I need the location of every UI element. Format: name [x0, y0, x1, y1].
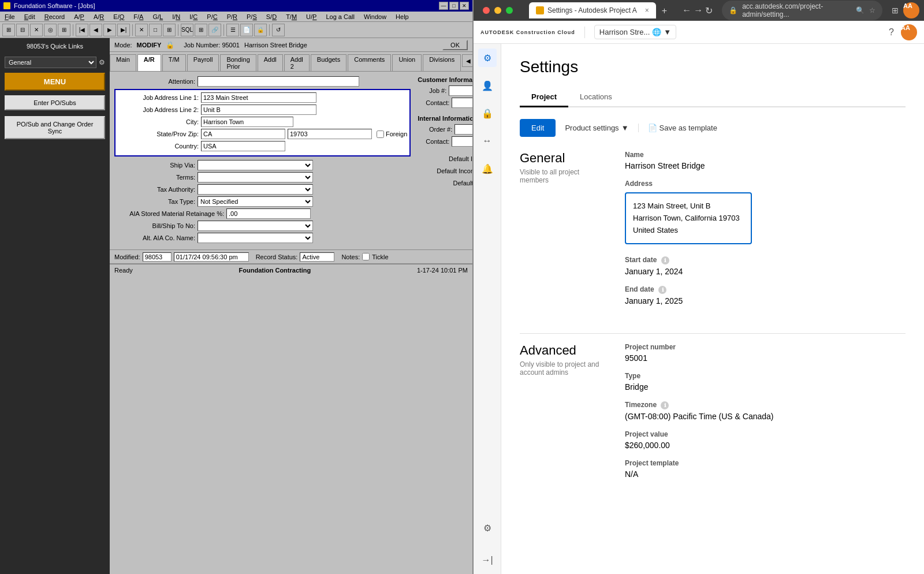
menu-pr[interactable]: P/R: [225, 13, 240, 21]
zip-input[interactable]: [288, 129, 372, 139]
menu-gl[interactable]: G/L: [150, 13, 165, 21]
toolbar-btn-4[interactable]: ◎: [44, 24, 57, 36]
po-sub-sync-button[interactable]: PO/Sub and Change Order Sync: [5, 116, 105, 139]
tab-comments[interactable]: Comments: [348, 54, 391, 71]
menu-pc[interactable]: P/C: [204, 13, 219, 21]
toolbar-btn-nav4[interactable]: ▶|: [117, 24, 130, 36]
aia-input[interactable]: [226, 208, 311, 219]
nav-refresh-button[interactable]: ↻: [705, 5, 713, 16]
notes-checkbox[interactable]: [362, 253, 370, 260]
country-input[interactable]: [201, 141, 285, 151]
bookmark-icon[interactable]: ☆: [869, 6, 875, 14]
toolbar-btn-doc[interactable]: 📄: [240, 24, 253, 36]
toolbar-btn-copy[interactable]: □: [149, 24, 162, 36]
ship-via-select[interactable]: [198, 160, 313, 170]
tab-addl[interactable]: Addl: [258, 54, 283, 71]
tab-main[interactable]: Main: [110, 54, 136, 71]
quick-links-select[interactable]: General: [5, 57, 96, 68]
toolbar-btn-nav2[interactable]: ◀: [90, 24, 102, 36]
enter-po-subs-button[interactable]: Enter PO/Subs: [5, 95, 105, 110]
sidebar-toggle-button[interactable]: ⊞: [892, 6, 899, 15]
menu-help[interactable]: Help: [393, 13, 411, 21]
new-tab-button[interactable]: +: [656, 3, 673, 18]
help-button[interactable]: ?: [889, 27, 894, 38]
toolbar-btn-nav3[interactable]: ▶: [103, 24, 116, 36]
project-selector[interactable]: Harrison Stre... 🌐 ▼: [594, 25, 676, 39]
sidebar-users-icon[interactable]: 👤: [478, 76, 497, 95]
bill-ship-select[interactable]: [198, 221, 313, 231]
order-input[interactable]: [454, 124, 472, 135]
tab-ar[interactable]: A/R: [137, 54, 161, 71]
menu-edit[interactable]: Edit: [22, 13, 38, 21]
tax-type-select[interactable]: Not Specified: [198, 196, 313, 207]
nav-forward-button[interactable]: →: [694, 5, 703, 16]
menu-file[interactable]: File: [2, 13, 17, 21]
toolbar-btn-link[interactable]: 🔗: [208, 24, 221, 36]
tab-union[interactable]: Union: [392, 54, 422, 71]
product-settings-button[interactable]: Product settings ▼: [565, 124, 628, 132]
menu-record[interactable]: Record: [42, 13, 67, 21]
minimize-button[interactable]: —: [439, 2, 448, 10]
sidebar-security-icon[interactable]: 🔒: [478, 104, 497, 122]
address-line2-input[interactable]: [201, 105, 316, 115]
tab-bonding[interactable]: Bonding Prior: [220, 54, 256, 71]
tab-divisions[interactable]: Divisions: [423, 54, 461, 71]
toolbar-btn-refresh[interactable]: ↺: [272, 24, 285, 36]
menu-ap[interactable]: A/P: [72, 13, 87, 21]
timezone-info-icon[interactable]: ℹ: [661, 401, 669, 409]
browser-tab[interactable]: Settings - Autodesk Project A ×: [529, 2, 656, 18]
start-date-info-icon[interactable]: ℹ: [661, 256, 669, 264]
tab-locations[interactable]: Locations: [568, 88, 624, 107]
tab-budgets[interactable]: Budgets: [311, 54, 346, 71]
toolbar-btn-list[interactable]: ☰: [226, 24, 239, 36]
foreign-checkbox[interactable]: [377, 131, 384, 138]
toolbar-btn-nav1[interactable]: |◀: [76, 24, 88, 36]
close-tab-button[interactable]: ×: [645, 6, 649, 14]
sidebar-integrations-icon[interactable]: ↔: [478, 132, 497, 150]
sidebar-notifications-icon[interactable]: 🔔: [478, 159, 497, 178]
browser-avatar-button[interactable]: AA: [903, 2, 919, 18]
tab-nav-left[interactable]: ◀: [462, 54, 472, 67]
nav-back-button[interactable]: ←: [682, 5, 691, 16]
end-date-info-icon[interactable]: ℹ: [658, 286, 666, 294]
menu-fa[interactable]: F/A: [131, 13, 146, 21]
edit-button[interactable]: Edit: [520, 119, 556, 137]
toolbar-btn-lock[interactable]: 🔒: [254, 24, 267, 36]
toolbar-btn-sql[interactable]: SQL: [181, 24, 193, 36]
tab-addl2[interactable]: Addl 2: [284, 54, 310, 71]
state-input[interactable]: [201, 129, 285, 139]
close-button[interactable]: ✕: [460, 2, 469, 10]
contact-input[interactable]: [452, 98, 472, 108]
menu-button[interactable]: MENU: [5, 73, 105, 91]
toolbar-btn-3[interactable]: ✕: [30, 24, 43, 36]
sidebar-bottom-settings-icon[interactable]: ⚙: [478, 519, 497, 537]
menu-tm[interactable]: T/M: [284, 13, 299, 21]
toolbar-btn-grid[interactable]: ⊞: [163, 24, 176, 36]
toolbar-btn-1[interactable]: ⊞: [2, 24, 15, 36]
menu-ps[interactable]: P/S: [244, 13, 259, 21]
maximize-button[interactable]: □: [449, 2, 459, 10]
menu-ar[interactable]: A/R: [91, 13, 106, 21]
toolbar-btn-filter[interactable]: ⊞: [195, 24, 207, 36]
alt-aia-select[interactable]: [198, 233, 313, 243]
toolbar-btn-5[interactable]: ⊞: [58, 24, 70, 36]
attention-input[interactable]: [198, 76, 359, 87]
save-template-button[interactable]: 📄 Save as template: [638, 124, 717, 132]
address-line1-input[interactable]: [201, 92, 316, 103]
city-input[interactable]: [201, 117, 293, 127]
menu-eq[interactable]: E/Q: [111, 13, 126, 21]
ok-button[interactable]: OK: [442, 40, 468, 50]
menu-log[interactable]: Log a Call: [323, 13, 357, 21]
toolbar-btn-del[interactable]: ✕: [135, 24, 148, 36]
menu-up[interactable]: U/P: [304, 13, 319, 21]
tab-project[interactable]: Project: [520, 88, 568, 107]
user-avatar-button[interactable]: AA: [901, 24, 917, 40]
terms-select[interactable]: [198, 172, 313, 182]
address-bar-url[interactable]: acc.autodesk.com/project-admin/setting..…: [742, 2, 851, 18]
toolbar-btn-2[interactable]: ⊟: [16, 24, 29, 36]
search-icon[interactable]: 🔍: [856, 6, 865, 14]
tab-tm[interactable]: T/M: [162, 54, 186, 71]
sidebar-collapse-icon[interactable]: →|: [478, 551, 497, 569]
job-num-input[interactable]: [449, 85, 472, 96]
contact2-input[interactable]: [452, 136, 472, 147]
